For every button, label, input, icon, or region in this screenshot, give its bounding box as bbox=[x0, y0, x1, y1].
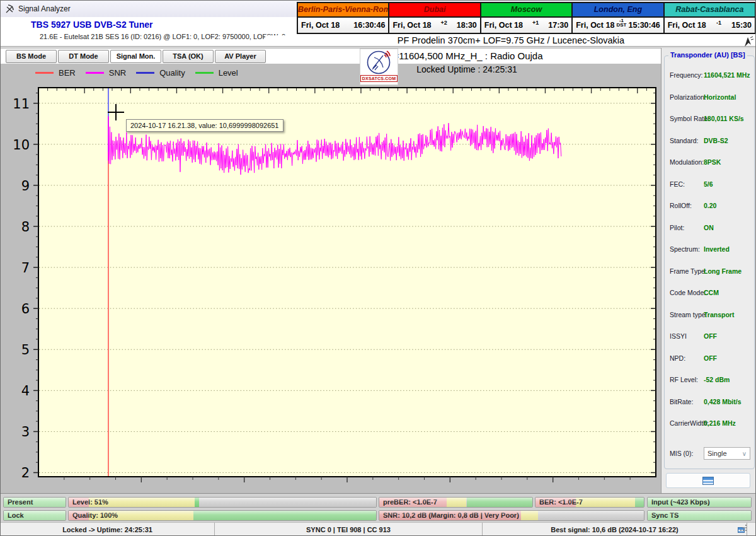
clock-utc-offset: +2 bbox=[432, 20, 457, 26]
clock-time-row: Fri, Oct 1816:30:46 bbox=[298, 16, 388, 33]
tab-tsa-ok-[interactable]: TSA (OK) bbox=[163, 50, 214, 63]
tp-value-npd: OFF bbox=[704, 354, 717, 362]
clock-time-row: Fri, Oct 18+117:30 bbox=[481, 16, 571, 33]
tp-value-issyi: OFF bbox=[704, 332, 717, 340]
tp-value-fec: 5/6 bbox=[704, 180, 713, 188]
clock-time-row: Fri, Oct 18+218:30 bbox=[389, 16, 479, 33]
clock-dubai: DubaiFri, Oct 18+218:30 bbox=[388, 3, 479, 33]
statusbar-section-0: Locked -> Uptime: 24:25:31 bbox=[1, 523, 215, 536]
present-indicator-label: Present bbox=[4, 498, 66, 507]
preber-bar-label: preBER: <1.0E-7 bbox=[379, 498, 532, 507]
main-panel: BS ModeDT ModeSignal Mon.TSA (OK)AV Play… bbox=[1, 48, 755, 493]
clock-utc-offset: -1 bbox=[706, 20, 731, 26]
satellite-dish-icon bbox=[366, 50, 392, 75]
clock-date: Fri, Oct 18 bbox=[392, 21, 431, 30]
chevron-down-icon: ∨ bbox=[742, 450, 747, 457]
mis-dropdown[interactable]: Single ∨ bbox=[704, 447, 750, 460]
clock-time-row: Fri, Oct 18-1DST15:30:46 bbox=[573, 16, 663, 33]
tp-label-frequency: Frequency: bbox=[670, 71, 703, 79]
statusbar: Locked -> Uptime: 24:25:31SYNC 0 | TEI 9… bbox=[1, 522, 755, 536]
snr-bar: SNR: 10,2 dB (Margin: 0,8 dB | Very Poor… bbox=[379, 510, 644, 521]
legend-item-ber: BER bbox=[35, 68, 76, 78]
right-column: Transponder (AU) [BS] MIS (0): Single ∨ … bbox=[661, 48, 756, 493]
resize-grip[interactable] bbox=[745, 525, 754, 533]
lock-indicator: Lock bbox=[3, 510, 66, 521]
cursor-icon bbox=[743, 35, 754, 48]
clock-city-label: Berlin-Paris-Vienna-Roma bbox=[298, 3, 388, 16]
clock-time: 15:30 bbox=[731, 21, 752, 30]
tp-label-streamtype: Stream type: bbox=[670, 311, 707, 318]
tab-av-player[interactable]: AV Player bbox=[215, 50, 266, 63]
tp-value-symbolrate: 180,011 KS/s bbox=[704, 115, 744, 122]
tuner-title: TBS 5927 USB DVB-S2 Tuner bbox=[31, 20, 152, 30]
transponder-title: Transponder (AU) [BS] bbox=[668, 51, 747, 59]
tp-label-issyi: ISSYI bbox=[670, 332, 687, 340]
export-button[interactable] bbox=[666, 473, 750, 488]
ber-bar: BER: <1.0E-7 bbox=[535, 497, 644, 508]
statusbar-icon bbox=[738, 527, 745, 533]
clock-time: 17:30 bbox=[548, 21, 568, 30]
tp-label-standard: Standard: bbox=[670, 137, 699, 144]
legend-item-level: Level bbox=[195, 68, 238, 78]
tp-label-rflevel: RF Level: bbox=[670, 376, 698, 383]
clock-city-label: Rabat-Casablanca bbox=[665, 3, 755, 16]
tab-signal-mon-[interactable]: Signal Mon. bbox=[110, 50, 161, 63]
snr-bar-label: SNR: 10,2 dB (Margin: 0,8 dB | Very Poor… bbox=[379, 511, 644, 520]
clock-city-label: London, Eng bbox=[573, 3, 663, 16]
legend-item-quality: Quality bbox=[136, 68, 185, 78]
tp-value-codemode: CCM bbox=[704, 289, 719, 296]
chart-legend: BERSNRQualityLevel bbox=[35, 68, 238, 78]
tp-value-rflevel: -52 dBm bbox=[704, 376, 730, 383]
mis-label: MIS (0): bbox=[670, 450, 693, 457]
window-title: Signal Analyzer bbox=[18, 4, 71, 13]
status-bars-panel: PresentLevel: 51%preBER: <1.0E-7BER: <1.… bbox=[1, 493, 755, 522]
clock-moscow: MoscowFri, Oct 18+117:30 bbox=[480, 3, 571, 33]
present-indicator: Present bbox=[3, 497, 66, 508]
tab-bs-mode[interactable]: BS Mode bbox=[6, 50, 57, 63]
tuner-subtitle: 21.6E - Eutelsat 21B SES 16 (ID: 0216) @… bbox=[40, 33, 285, 40]
clock-time-row: Fri, Oct 18-115:30 bbox=[665, 16, 755, 33]
clock-time: 18:30 bbox=[457, 21, 477, 30]
tp-label-codemode: Code Mode: bbox=[670, 289, 706, 296]
signal-analyzer-window: Signal Analyzer TBS 5927 USB DVB-S2 Tune… bbox=[0, 0, 756, 536]
mode-tabs: BS ModeDT ModeSignal Mon.TSA (OK)AV Play… bbox=[6, 50, 266, 63]
input-bar-label: Input (~423 Kbps) bbox=[648, 498, 751, 507]
clock-date: Fri, Oct 18 bbox=[576, 21, 614, 30]
legend-line-icon bbox=[195, 72, 214, 74]
legend-line-icon bbox=[35, 72, 54, 74]
tp-label-bitrate: BitRate: bbox=[670, 398, 693, 405]
level-bar-label: Level: 51% bbox=[69, 498, 376, 507]
ber-bar-label: BER: <1.0E-7 bbox=[536, 498, 644, 507]
clock-date: Fri, Oct 18 bbox=[484, 21, 523, 30]
tab-dt-mode[interactable]: DT Mode bbox=[58, 50, 109, 63]
tp-value-pilot: ON bbox=[704, 224, 714, 231]
clock-date: Fri, Oct 18 bbox=[301, 21, 340, 30]
clock-utc-offset: +1 bbox=[523, 20, 548, 26]
quality-bar-label: Quality: 100% bbox=[69, 511, 376, 520]
clock-city-label: Moscow bbox=[481, 3, 571, 16]
export-icon bbox=[702, 477, 714, 485]
chart-tooltip: 2024-10-17 16.21.38, value: 10,699999809… bbox=[126, 119, 284, 132]
legend-item-snr: SNR bbox=[86, 68, 126, 78]
tp-value-frequency: 11604,521 MHz bbox=[704, 71, 750, 79]
tp-label-npd: NPD: bbox=[670, 354, 685, 362]
frequency-service-line: f=11604,500 MHz_H_ : Radio Oujda bbox=[272, 50, 662, 61]
legend-label: Quality bbox=[159, 68, 185, 78]
tp-value-frametype: Long Frame bbox=[704, 267, 742, 275]
clock-rabat-casablanca: Rabat-CasablancaFri, Oct 18-115:30 bbox=[663, 3, 755, 33]
tp-label-polarization: Polarization: bbox=[670, 93, 706, 101]
tp-label-carrierwidth: CarrierWidth: bbox=[670, 419, 709, 427]
clock-time: 15:30:46 bbox=[629, 21, 660, 30]
legend-line-icon bbox=[86, 72, 104, 74]
statusbar-section-1: SYNC 0 | TEI 908 | CC 913 bbox=[215, 523, 483, 536]
header-divider bbox=[1, 46, 755, 47]
clock-utc-offset: -1DST bbox=[614, 18, 628, 27]
clock-date: Fri, Oct 18 bbox=[668, 21, 706, 30]
lock-indicator-label: Lock bbox=[4, 511, 66, 520]
clock-berlin-paris-vienna-roma: Berlin-Paris-Vienna-RomaFri, Oct 1816:30… bbox=[298, 3, 388, 33]
statusbar-section-2: Best signal: 10,6 dB (2024-10-17 16:22) bbox=[483, 523, 747, 536]
world-clocks: Berlin-Paris-Vienna-RomaFri, Oct 1816:30… bbox=[297, 2, 756, 34]
mis-value: Single bbox=[707, 450, 727, 457]
mis-row: MIS (0): Single ∨ bbox=[670, 447, 750, 460]
dish-info-line: PF Prodelin 370cm+ LOF=9.75 GHz / Lucene… bbox=[265, 35, 756, 46]
